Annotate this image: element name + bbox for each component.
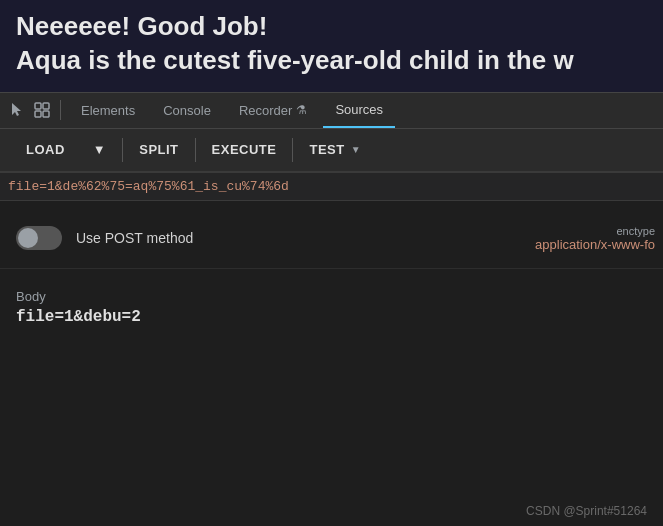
url-bar[interactable]: file=1&de%62%75=aq%75%61_is_cu%74%6d — [0, 173, 663, 201]
toolbar-sep-3 — [292, 138, 293, 162]
svg-rect-0 — [35, 103, 41, 109]
page-title-line2: Aqua is the cutest five-year-old child i… — [16, 44, 647, 78]
toggle-label: Use POST method — [76, 230, 193, 246]
load-dropdown-arrow[interactable]: ▼ — [79, 136, 120, 163]
execute-button[interactable]: EXECUTE — [198, 136, 291, 163]
body-label: Body — [16, 289, 647, 304]
toolbar-sep-1 — [122, 138, 123, 162]
toggle-knob — [18, 228, 38, 248]
enctype-area: Use POST method enctype application/x-ww… — [0, 201, 663, 277]
svg-rect-2 — [35, 111, 41, 117]
test-dropdown-arrow: ▼ — [351, 144, 361, 155]
tab-elements[interactable]: Elements — [69, 92, 147, 128]
tab-divider — [60, 100, 61, 120]
tab-console[interactable]: Console — [151, 92, 223, 128]
cursor-icon[interactable] — [8, 100, 28, 120]
test-button[interactable]: TEST ▼ — [295, 136, 375, 163]
enctype-value: application/x-www-fo — [535, 237, 655, 252]
body-value: file=1&debu=2 — [16, 308, 647, 326]
tab-recorder[interactable]: Recorder ⚗ — [227, 92, 319, 128]
post-method-toggle[interactable] — [16, 226, 62, 250]
page-content: Neeeeee! Good Job! Aqua is the cutest fi… — [0, 0, 663, 93]
body-section: Body file=1&debu=2 — [0, 277, 663, 332]
page-title-line1: Neeeeee! Good Job! — [16, 10, 647, 44]
spacer — [0, 332, 663, 496]
toolbar-sep-2 — [195, 138, 196, 162]
toolbar: LOAD ▼ SPLIT EXECUTE TEST ▼ — [0, 129, 663, 173]
split-button[interactable]: SPLIT — [125, 136, 192, 163]
devtools-header: Elements Console Recorder ⚗ Sources — [0, 93, 663, 129]
svg-rect-1 — [43, 103, 49, 109]
tab-sources[interactable]: Sources — [323, 92, 395, 128]
toggle-row: Use POST method enctype application/x-ww… — [0, 209, 663, 269]
footer: CSDN @Sprint#51264 — [0, 496, 663, 526]
inspector-icon[interactable] — [32, 100, 52, 120]
load-button[interactable]: LOAD — [12, 136, 79, 163]
recorder-flask-icon: ⚗ — [296, 103, 307, 117]
enctype-label: enctype — [535, 225, 655, 237]
enctype-overlay: enctype application/x-www-fo — [535, 209, 663, 268]
watermark-text: CSDN @Sprint#51264 — [526, 504, 647, 518]
svg-rect-3 — [43, 111, 49, 117]
